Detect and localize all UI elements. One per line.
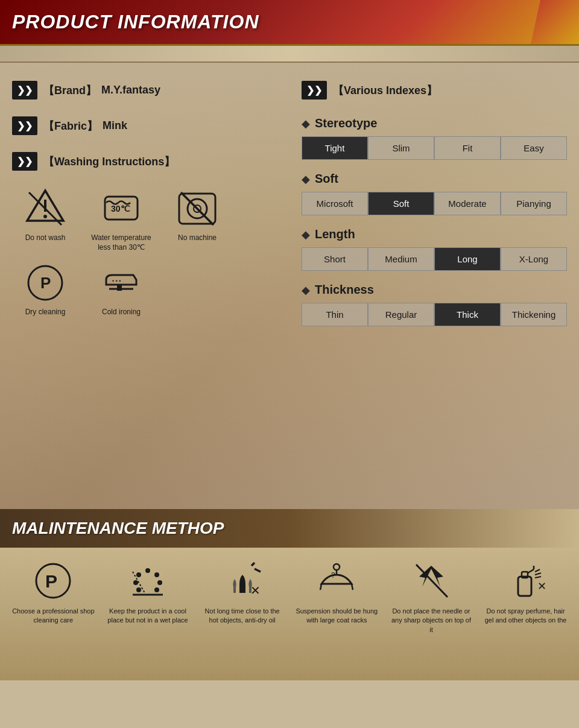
stereotype-title: ◆ Stereotype xyxy=(302,116,567,130)
washing-label: 【Washing Instructions】 xyxy=(43,154,175,169)
dry-clean-icon: P xyxy=(24,262,66,304)
svg-rect-35 xyxy=(518,577,531,596)
svg-line-37 xyxy=(528,569,534,573)
washing-section: ❯❯ 【Washing Instructions】 Do not wash xyxy=(12,152,277,317)
fabric-row: ❯❯ 【Fabric】 Mink xyxy=(12,116,277,135)
thickness-name: Thickness xyxy=(315,283,374,297)
svg-line-9 xyxy=(181,192,214,225)
svg-line-41 xyxy=(535,577,541,578)
length-diamond-icon: ◆ xyxy=(302,228,310,241)
no-heat-label: Not long time close to the hot objects, … xyxy=(200,607,285,625)
length-title: ◆ Length xyxy=(302,227,567,241)
washing-icons-container: Do not wash 30℃ Water temperature less t… xyxy=(12,188,277,317)
option-thin[interactable]: Thin xyxy=(302,303,368,326)
product-header: PRODUCT INFORMATION xyxy=(0,0,579,46)
svg-point-17 xyxy=(136,572,141,577)
prof-clean-label: Choose a professional shop cleaning care xyxy=(11,607,95,625)
no-heat-icon: ✕ xyxy=(221,560,264,602)
svg-point-21 xyxy=(157,580,162,585)
fabric-value: Mink xyxy=(103,119,127,132)
svg-text:✕: ✕ xyxy=(250,584,261,597)
svg-text:P: P xyxy=(40,274,51,292)
thickness-title: ◆ Thickness xyxy=(302,283,567,297)
indexes-label: 【Various Indexes】 xyxy=(333,83,437,98)
fabric-label: 【Fabric】 xyxy=(43,119,98,133)
fabric-arrow-icon: ❯❯ xyxy=(12,116,37,135)
option-slim[interactable]: Slim xyxy=(368,136,434,160)
option-easy[interactable]: Easy xyxy=(501,136,567,160)
svg-point-19 xyxy=(154,572,159,577)
svg-point-22 xyxy=(136,587,141,592)
water-temp-item: 30℃ Water temperature less than 30℃ xyxy=(88,188,154,252)
sub-header-bar xyxy=(0,46,579,63)
dry-clean-label: Dry cleaning xyxy=(25,308,66,317)
dry-clean-item: P Dry cleaning xyxy=(12,262,78,317)
brand-arrow-icon: ❯❯ xyxy=(12,81,37,100)
stereotype-category: ◆ Stereotype Tight Slim Fit Easy xyxy=(302,116,567,160)
soft-diamond-icon: ◆ xyxy=(302,173,310,186)
option-soft[interactable]: Soft xyxy=(368,192,434,215)
option-pianying[interactable]: Pianying xyxy=(501,192,567,215)
water-temp-label: Water temperature less than 30℃ xyxy=(88,233,154,252)
svg-line-27 xyxy=(252,563,255,566)
soft-name: Soft xyxy=(315,172,338,186)
option-tight[interactable]: Tight xyxy=(302,136,368,160)
prof-clean-icon: P xyxy=(32,560,74,602)
option-moderate[interactable]: Moderate xyxy=(434,192,501,215)
option-regular[interactable]: Regular xyxy=(368,303,434,326)
suspension-item: ? Suspension should be hung with large c… xyxy=(294,560,379,635)
soft-options: Microsoft Soft Moderate Pianying xyxy=(302,192,567,215)
thickness-diamond-icon: ◆ xyxy=(302,283,310,297)
no-needle-icon xyxy=(410,560,452,602)
no-machine-icon xyxy=(176,188,218,230)
soft-title: ◆ Soft xyxy=(302,172,567,186)
stereotype-options: Tight Slim Fit Easy xyxy=(302,136,567,160)
indexes-arrow-icon: ❯❯ xyxy=(302,81,327,100)
maintenance-content: P Choose a professional shop cleaning ca… xyxy=(0,548,579,680)
maintenance-icons-container: P Choose a professional shop cleaning ca… xyxy=(0,548,579,647)
option-medium[interactable]: Medium xyxy=(368,247,434,271)
option-fit[interactable]: Fit xyxy=(434,136,501,160)
main-content: ❯❯ 【Brand】 M.Y.fantasy ❯❯ 【Fabric】 Mink … xyxy=(0,63,579,509)
brand-value: M.Y.fantasy xyxy=(101,84,160,97)
no-needle-item: Do not place the needle or any sharp obj… xyxy=(389,560,473,635)
svg-point-18 xyxy=(145,568,150,573)
product-title: PRODUCT INFORMATION xyxy=(12,11,567,33)
maintenance-title: MALINTENANCE METHOP xyxy=(12,519,567,538)
washing-row: ❯❯ 【Washing Instructions】 xyxy=(12,152,277,171)
option-microsoft[interactable]: Microsoft xyxy=(302,192,368,215)
svg-text:•  •  •: • • • xyxy=(112,278,121,284)
svg-line-39 xyxy=(535,569,540,572)
thickness-options: Thin Regular Thick Thickening xyxy=(302,303,567,326)
option-long[interactable]: Long xyxy=(434,247,501,271)
option-short[interactable]: Short xyxy=(302,247,368,271)
no-spray-label: Do not spray perfume, hair gel and other… xyxy=(484,607,568,625)
indexes-header-row: ❯❯ 【Various Indexes】 xyxy=(302,81,567,100)
option-xlong[interactable]: X-Long xyxy=(501,247,567,271)
option-thickening[interactable]: Thickening xyxy=(501,303,567,326)
suspension-label: Suspension should be hung with large coa… xyxy=(294,607,379,625)
option-thick[interactable]: Thick xyxy=(434,303,501,326)
cold-iron-item: • • • Cold ironing xyxy=(88,262,154,317)
maintenance-header: MALINTENANCE METHOP xyxy=(0,509,579,548)
svg-line-40 xyxy=(535,573,541,575)
svg-line-26 xyxy=(255,569,261,572)
washing-arrow-icon: ❯❯ xyxy=(12,152,37,171)
svg-text:30℃: 30℃ xyxy=(111,204,130,214)
length-category: ◆ Length Short Medium Long X-Long xyxy=(302,227,567,271)
cool-place-icon xyxy=(127,560,169,602)
svg-point-20 xyxy=(133,580,138,585)
maintenance-section: MALINTENANCE METHOP P Choose a professio… xyxy=(0,509,579,680)
soft-category: ◆ Soft Microsoft Soft Moderate Pianying xyxy=(302,172,567,215)
no-wash-item: Do not wash xyxy=(12,188,78,243)
svg-point-29 xyxy=(334,564,340,570)
length-options: Short Medium Long X-Long xyxy=(302,247,567,271)
thickness-category: ◆ Thickness Thin Regular Thick Thickenin… xyxy=(302,283,567,326)
cool-place-label: Keep the product in a cool place but not… xyxy=(106,607,190,625)
no-wash-label: Do not wash xyxy=(25,233,66,243)
no-heat-item: ✕ Not long time close to the hot objects… xyxy=(200,560,285,635)
indexes-section: ◆ Stereotype Tight Slim Fit Easy ◆ Soft xyxy=(302,116,567,326)
header-ribbon xyxy=(531,0,579,44)
brand-label: 【Brand】 xyxy=(43,83,96,98)
cold-iron-label: Cold ironing xyxy=(102,308,141,317)
